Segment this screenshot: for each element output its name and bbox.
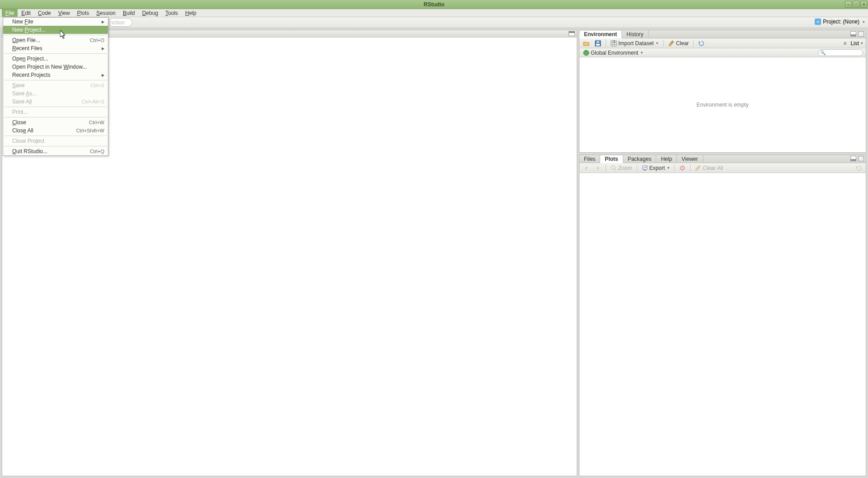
submenu-arrow-icon: ▶ [102, 20, 104, 24]
menu-file[interactable]: File [2, 9, 18, 17]
close-window-button[interactable]: ✕ [860, 1, 867, 8]
menu-new-project[interactable]: New Project... [3, 26, 108, 28]
menu-tools[interactable]: Tools [162, 9, 182, 17]
menu-help[interactable]: Help [182, 9, 200, 17]
minimize-button[interactable]: ‒ [845, 1, 852, 8]
project-selector[interactable]: R Project: (None) ▼ [815, 19, 865, 25]
window-title: RStudio [424, 1, 444, 8]
menu-debug[interactable]: Debug [139, 9, 162, 17]
menubar: File Edit Code View Plots Session Build … [0, 9, 868, 17]
menu-plots[interactable]: Plots [74, 9, 93, 17]
titlebar: RStudio ‒ □ ✕ [0, 0, 868, 9]
menu-edit[interactable]: Edit [18, 9, 34, 17]
chevron-down-icon: ▼ [862, 20, 865, 23]
file-menu-dropdown: New File▶ New Project... Open File...Ctr… [3, 17, 108, 28]
main-toolbar: nction R Project: (None) ▼ [0, 17, 868, 28]
menu-code[interactable]: Code [34, 9, 55, 17]
project-icon: R [815, 19, 821, 25]
menu-view[interactable]: View [55, 9, 74, 17]
maximize-button[interactable]: □ [853, 1, 859, 8]
menu-new-file[interactable]: New File▶ [3, 18, 108, 26]
menu-build[interactable]: Build [119, 9, 139, 17]
window-controls: ‒ □ ✕ [845, 1, 867, 8]
goto-function-input[interactable]: nction [109, 18, 132, 27]
project-label: Project: (None) [823, 19, 859, 25]
menu-session[interactable]: Session [93, 9, 119, 17]
